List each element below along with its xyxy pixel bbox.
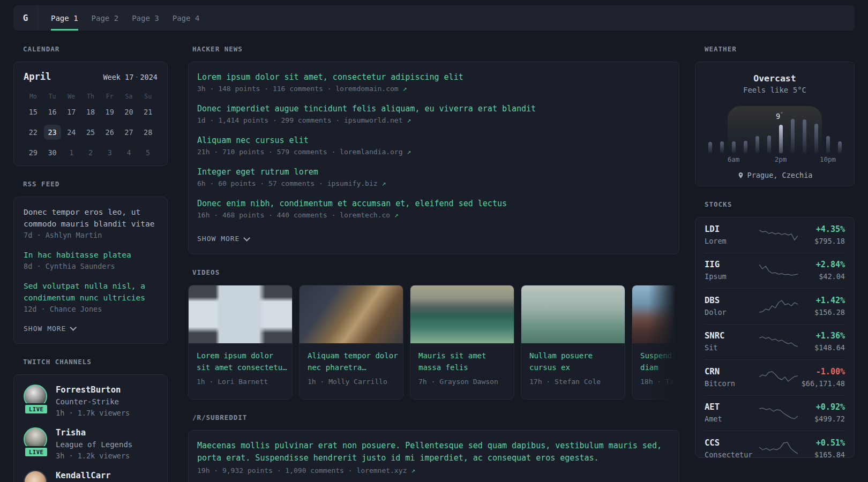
video-card[interactable]: Mauris sit ametmassa felis7h · Grayson D… xyxy=(410,285,514,400)
hackernews-item-title[interactable]: Aliquam nec cursus elit xyxy=(197,134,670,146)
twitch-channel-name[interactable]: ForrestBurton xyxy=(56,384,130,396)
calendar-date[interactable]: 25 xyxy=(81,124,100,141)
stock-identity: DBSDolor xyxy=(705,295,759,318)
weather-widget-title: WEATHER xyxy=(705,46,855,53)
app-logo[interactable]: G xyxy=(13,5,38,31)
calendar-date[interactable]: 22 xyxy=(24,124,43,141)
stock-row[interactable]: CRNBitcorn-1.00%$66,171.48 xyxy=(705,360,845,396)
calendar-date[interactable]: 18 xyxy=(81,104,100,120)
video-title[interactable]: Nullam posuerecursus ex xyxy=(529,350,617,373)
calendar-week-info: Week 17·2024 xyxy=(103,73,158,81)
video-title-line: diam xyxy=(640,362,679,373)
hackernews-item-domain[interactable]: ipsumworld.net xyxy=(344,116,407,124)
video-title[interactable]: Mauris sit ametmassa felis xyxy=(418,350,506,373)
hackernews-show-more-button[interactable]: SHOW MORE xyxy=(197,233,670,245)
video-title[interactable]: Lorem ipsum dolorsit amet consectetu… xyxy=(197,350,284,373)
twitch-avatar-wrap: LIVE xyxy=(24,384,49,419)
rss-item-meta: 7d · Ashlyn Martin xyxy=(24,230,158,241)
calendar-date[interactable]: 20 xyxy=(119,104,139,120)
twitch-channel-row[interactable]: LIVETrishaLeague of Legends3h · 1.2k vie… xyxy=(24,427,158,462)
video-card[interactable]: Aliquam tempor dolornec pharetra…1h · Mo… xyxy=(299,285,403,400)
stock-row[interactable]: SNRCSit+1.36%$148.64 xyxy=(705,325,845,360)
stock-row[interactable]: CCSConsectetur+0.51%$165.84 xyxy=(705,431,845,458)
weather-time-tick: 2pm xyxy=(775,155,787,163)
hackernews-item-domain[interactable]: ipsumify.biz xyxy=(327,179,382,187)
video-thumbnail[interactable] xyxy=(300,285,403,343)
calendar-date[interactable]: 16 xyxy=(43,104,62,120)
calendar-date[interactable]: 4 xyxy=(119,145,139,161)
video-title[interactable]: Aliquam tempor dolornec pharetra… xyxy=(308,350,395,373)
calendar-date[interactable]: 26 xyxy=(100,124,119,141)
hackernews-item-domain[interactable]: loremdomain.com xyxy=(335,85,402,93)
tab-page-3[interactable]: Page 3 xyxy=(132,5,159,31)
hackernews-item: Aliquam nec cursus elit21h · 710 points … xyxy=(197,134,670,158)
calendar-date[interactable]: 15 xyxy=(24,104,43,120)
calendar-date-label: 23 xyxy=(44,125,61,140)
calendar-date[interactable]: 29 xyxy=(24,145,43,161)
rss-show-more-button[interactable]: SHOW MORE xyxy=(24,323,158,334)
calendar-date[interactable]: 3 xyxy=(100,145,119,161)
rss-item-title[interactable]: Sed volutpat nulla nisl, acondimentum nu… xyxy=(24,280,158,304)
calendar-date[interactable]: 30 xyxy=(43,145,62,161)
twitch-channel-name[interactable]: Trisha xyxy=(56,427,132,439)
stock-values: +4.35%$795.18 xyxy=(798,223,845,247)
hackernews-item-title[interactable]: Donec imperdiet augue tincidunt felis al… xyxy=(197,103,670,115)
hackernews-item-title[interactable]: Donec enim nibh, condimentum et accumsan… xyxy=(197,198,670,209)
calendar-date[interactable]: 21 xyxy=(138,104,158,120)
weather-bar xyxy=(814,124,818,153)
twitch-widget-title: TWITCH CHANNELS xyxy=(23,358,168,366)
rss-item-title[interactable]: In hac habitasse platea xyxy=(24,249,158,261)
video-title[interactable]: Suspendissediam xyxy=(640,350,679,373)
video-card[interactable]: Lorem ipsum dolorsit amet consectetu…1h … xyxy=(188,285,293,400)
video-card[interactable]: Suspendissediam18h · Tara xyxy=(632,285,679,400)
tab-page-4[interactable]: Page 4 xyxy=(173,5,200,31)
rss-title-line: Sed volutpat nulla nisl, a xyxy=(24,280,158,292)
weather-bar xyxy=(720,141,724,153)
calendar-date[interactable]: 2 xyxy=(81,145,100,161)
calendar-date[interactable]: 24 xyxy=(62,124,81,141)
calendar-date-selected[interactable]: 23 xyxy=(43,124,62,141)
weather-bar xyxy=(744,141,747,153)
weather-location[interactable]: Prague, Czechia xyxy=(705,170,845,180)
video-thumbnail[interactable] xyxy=(410,285,514,343)
hackernews-item-domain[interactable]: loremlandia.org xyxy=(340,148,407,156)
calendar-date[interactable]: 1 xyxy=(62,145,81,161)
calendar-date[interactable]: 28 xyxy=(138,124,158,141)
calendar-date[interactable]: 27 xyxy=(119,124,139,141)
subreddit-post-title[interactable]: Maecenas mollis pulvinar erat non posuer… xyxy=(197,440,670,464)
stock-row[interactable]: AETAmet+0.92%$499.72 xyxy=(705,396,845,432)
calendar-date[interactable]: 19 xyxy=(100,104,119,120)
calendar-date[interactable]: 17 xyxy=(62,104,81,120)
video-thumbnail[interactable] xyxy=(521,285,625,343)
twitch-channel-row[interactable]: LIVEForrestBurtonCounter-Strike1h · 1.7k… xyxy=(24,384,158,419)
stock-row[interactable]: DBSDolor+1.42%$156.28 xyxy=(705,289,845,325)
video-card[interactable]: Nullam posuerecursus ex17h · Stefan Cole xyxy=(521,285,625,400)
twitch-channel-name[interactable]: KendallCarr xyxy=(56,470,111,481)
video-thumbnail[interactable] xyxy=(189,285,292,343)
daylight-band xyxy=(728,106,822,153)
twitch-channel-row[interactable]: KendallCarr xyxy=(24,470,158,482)
calendar-date[interactable]: 5 xyxy=(138,145,158,161)
stock-row[interactable]: LDILorem+4.35%$795.18 xyxy=(705,217,845,253)
rss-item-title[interactable]: Donec tempor eros leo, utcommodo mauris … xyxy=(24,206,158,230)
stock-name: Sit xyxy=(705,342,759,353)
hackernews-item-title[interactable]: Lorem ipsum dolor sit amet, consectetur … xyxy=(197,71,670,83)
hackernews-item-meta: 16h · 468 points · 440 comments · loremt… xyxy=(197,209,670,221)
twitch-widget: LIVEForrestBurtonCounter-Strike1h · 1.7k… xyxy=(13,374,168,482)
stock-sparkline xyxy=(759,440,798,458)
stock-row[interactable]: IIGIpsum+2.84%$42.04 xyxy=(705,253,845,289)
stock-name: Amet xyxy=(705,413,759,425)
rss-title-line: In hac habitasse platea xyxy=(24,249,158,261)
videos-carousel[interactable]: Lorem ipsum dolorsit amet consectetu…1h … xyxy=(188,285,679,400)
rss-title-line: commodo mauris blandit vitae xyxy=(24,218,158,230)
stock-ticker: AET xyxy=(705,401,759,413)
stock-change: +4.35% xyxy=(798,223,845,235)
tab-page-2[interactable]: Page 2 xyxy=(92,5,119,31)
hackernews-meta-text: 21h · 710 points · 579 comments · xyxy=(197,148,340,156)
stock-change: +0.51% xyxy=(798,437,845,449)
video-thumbnail[interactable] xyxy=(632,285,679,343)
hackernews-item-domain[interactable]: loremtech.co xyxy=(340,211,394,219)
hackernews-item-title[interactable]: Integer eget rutrum lorem xyxy=(197,166,670,178)
tab-page-1[interactable]: Page 1 xyxy=(51,5,78,31)
stock-change: +2.84% xyxy=(798,259,845,270)
